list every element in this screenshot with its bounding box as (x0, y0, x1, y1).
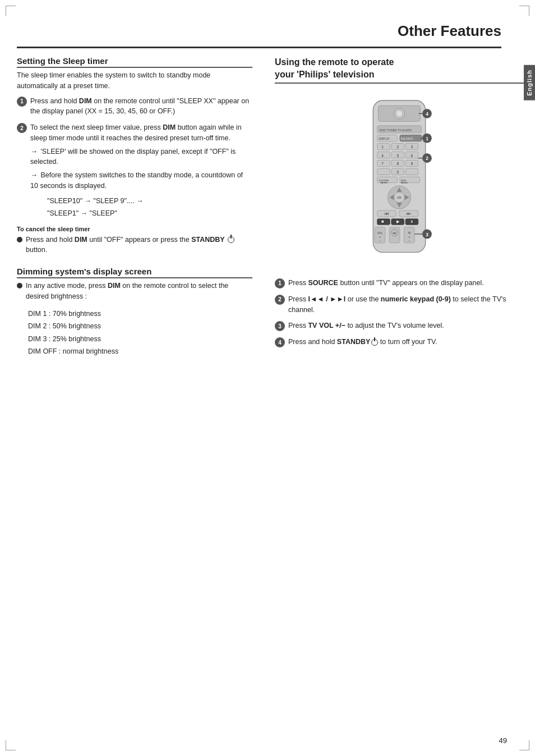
svg-text:−: − (379, 239, 381, 242)
svg-text:4: 4 (381, 154, 384, 158)
standby-icon (228, 236, 234, 243)
left-column: Setting the Sleep timer The sleep timer … (17, 48, 258, 358)
svg-text:4: 4 (426, 111, 428, 117)
cancel-heading: To cancel the sleep timer (17, 226, 252, 232)
right-step-2-content: Press I◄◄ / ►►I or use the numeric keypa… (288, 294, 524, 315)
dim-item-3: DIM 3 : 25% brightness (28, 333, 252, 346)
svg-text:9: 9 (411, 162, 413, 166)
svg-rect-30 (405, 168, 418, 175)
remote-svg: DISC TUNER TV AUX/DI DISPLAY BALANCE 1 2… (360, 89, 439, 269)
standby-icon-right (371, 339, 378, 346)
svg-text:8: 8 (396, 162, 399, 166)
dimming-content: In any active mode, press DIM on the rem… (26, 281, 252, 302)
svg-text:1: 1 (381, 145, 384, 149)
right-step-1: 1 Press SOURCE button until "TV" appears… (275, 278, 524, 288)
right-step-number-2: 2 (275, 295, 285, 305)
page-container: Other Features Setting the Sleep timer T… (0, 0, 535, 756)
right-step-number-3: 3 (275, 321, 285, 331)
english-tab: English (524, 65, 535, 100)
corner-bl (6, 740, 16, 750)
right-step-number-4: 4 (275, 337, 285, 347)
page-title: Other Features (17, 17, 524, 40)
right-step-4: 4 Press and hold STANDBY to turn off you… (275, 337, 524, 347)
svg-text:1: 1 (426, 136, 428, 141)
dim-item-4: DIM OFF : normal brightness (28, 345, 252, 358)
svg-text:+: + (408, 235, 410, 239)
svg-rect-16 (377, 152, 390, 158)
dim-list: DIM 1 : 70% brightness DIM 2 : 50% brigh… (28, 308, 252, 358)
svg-text:BALANCE: BALANCE (401, 138, 413, 140)
right-step-3-content: Press TV VOL +/− to adjust the TV's volu… (288, 320, 524, 331)
svg-text:6: 6 (411, 154, 413, 158)
corner-tr (519, 6, 529, 16)
remote-illustration: DISC TUNER TV AUX/DI DISPLAY BALANCE 1 2… (275, 89, 524, 269)
sleep-step-2: 2 To select the next sleep timer value, … (17, 122, 252, 220)
svg-text:⏸: ⏸ (410, 219, 414, 223)
right-step-number-1: 1 (275, 278, 285, 288)
svg-text:5: 5 (396, 154, 399, 158)
step-number-2: 2 (17, 123, 27, 133)
right-step-2: 2 Press I◄◄ / ►►I or use the numeric key… (275, 294, 524, 315)
cancel-content: Press and hold DIM until "OFF" appears o… (26, 235, 252, 256)
right-step-4-content: Press and hold STANDBY to turn off your … (288, 337, 524, 347)
svg-text:MENU: MENU (380, 181, 387, 184)
svg-text:⏭: ⏭ (407, 211, 411, 216)
cancel-step: Press and hold DIM until "OFF" appears o… (17, 235, 252, 256)
sleep-timer-intro: The sleep timer enables the system to sw… (17, 70, 252, 91)
svg-text:TK: TK (408, 232, 412, 235)
svg-rect-10 (377, 143, 390, 149)
svg-text:+: + (379, 235, 381, 239)
svg-point-3 (396, 111, 402, 117)
svg-text:⏮: ⏮ (385, 211, 389, 216)
sleep-step-1: 1 Press and hold DIM on the remote contr… (17, 96, 252, 117)
corner-br (519, 740, 529, 750)
main-columns: Setting the Sleep timer The sleep timer … (17, 48, 524, 358)
right-step-3: 3 Press TV VOL +/− to adjust the TV's vo… (275, 320, 524, 331)
svg-rect-22 (377, 160, 390, 166)
svg-text:MENU: MENU (401, 181, 408, 184)
svg-text:MK: MK (393, 232, 396, 235)
right-column: English Using the remote to operate your… (269, 48, 524, 358)
cancel-bullet (17, 237, 22, 242)
svg-text:3: 3 (411, 145, 413, 149)
svg-text:DISC TUNER TV AUX/DI: DISC TUNER TV AUX/DI (380, 129, 412, 132)
dimming-heading: Dimming system's display screen (17, 267, 252, 278)
corner-tl (6, 6, 16, 16)
dimming-step: In any active mode, press DIM on the rem… (17, 281, 252, 302)
svg-text:7: 7 (381, 162, 384, 166)
step-number-1: 1 (17, 97, 27, 107)
sleep-step-1-content: Press and hold DIM on the remote control… (30, 96, 252, 117)
sleep-timer-heading: Setting the Sleep timer (17, 56, 252, 68)
dim-item-1: DIM 1 : 70% brightness (28, 308, 252, 320)
dim-item-2: DIM 2 : 50% brightness (28, 320, 252, 333)
svg-text:OK: OK (397, 196, 402, 199)
sleep-step-2-content: To select the next sleep timer value, pr… (30, 122, 252, 220)
svg-text:■: ■ (381, 219, 384, 224)
svg-text:3: 3 (426, 232, 428, 237)
svg-text:−: − (408, 239, 410, 242)
right-section-heading: Using the remote to operate your 'Philip… (275, 56, 524, 84)
svg-text:0: 0 (396, 170, 399, 174)
svg-rect-28 (377, 168, 390, 175)
sleep-code: "SLEEP10" → "SLEEP 9".... → "SLEEP1" → "… (47, 195, 252, 220)
svg-text:VOL: VOL (377, 232, 383, 235)
svg-text:2: 2 (426, 155, 428, 161)
right-step-1-content: Press SOURCE button until "TV" appears o… (288, 278, 524, 288)
svg-text:2: 2 (396, 145, 399, 149)
page-number: 49 (499, 736, 507, 745)
dimming-bullet (17, 283, 22, 288)
svg-text:DISPLAY: DISPLAY (379, 138, 390, 140)
